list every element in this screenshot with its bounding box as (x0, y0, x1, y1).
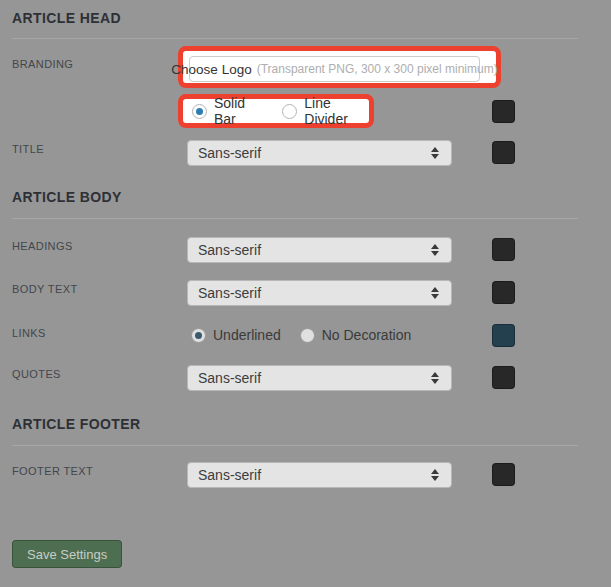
radio-button-icon (282, 104, 297, 119)
choose-logo-button[interactable]: Choose Logo (Transparent PNG, 300 x 300 … (189, 56, 480, 82)
radio-underlined[interactable]: Underlined (191, 327, 281, 343)
select-arrows-icon (431, 372, 439, 384)
annotation-highlight-divider: Solid Bar Line Divider (178, 94, 374, 128)
radio-button-icon (191, 328, 206, 343)
branding-divider-radio-group: Solid Bar Line Divider (192, 99, 369, 123)
title-label: TITLE (12, 143, 44, 155)
branding-label: BRANDING (12, 58, 73, 70)
body-text-font-select[interactable]: Sans-serif (187, 280, 452, 306)
footer-text-font-select[interactable]: Sans-serif (187, 462, 452, 488)
headings-label: HEADINGS (12, 240, 73, 252)
annotation-highlight-logo: Choose Logo (Transparent PNG, 300 x 300 … (178, 46, 501, 88)
radio-line-divider-label: Line Divider (304, 95, 369, 127)
radio-button-icon (192, 104, 207, 119)
title-font-value: Sans-serif (198, 145, 431, 161)
body-text-color-swatch[interactable] (492, 281, 515, 304)
section-divider (12, 445, 578, 446)
footer-text-label: FOOTER TEXT (12, 465, 93, 477)
radio-underlined-label: Underlined (213, 327, 281, 343)
choose-logo-hint: (Transparent PNG, 300 x 300 pixel minimu… (257, 62, 498, 76)
section-divider (12, 38, 578, 39)
body-text-label: BODY TEXT (12, 283, 78, 295)
radio-no-decoration[interactable]: No Decoration (300, 327, 412, 343)
radio-solid-bar[interactable]: Solid Bar (192, 95, 263, 127)
radio-solid-bar-label: Solid Bar (214, 95, 263, 127)
radio-line-divider[interactable]: Line Divider (282, 95, 369, 127)
quotes-color-swatch[interactable] (492, 366, 515, 389)
title-color-swatch[interactable] (492, 141, 515, 164)
links-color-swatch[interactable] (492, 324, 515, 347)
title-font-select[interactable]: Sans-serif (187, 140, 452, 166)
headings-font-value: Sans-serif (198, 242, 431, 258)
section-divider (12, 218, 578, 219)
radio-button-icon (300, 328, 315, 343)
section-title-article-footer: ARTICLE FOOTER (12, 416, 140, 432)
branding-color-swatch[interactable] (492, 100, 515, 123)
footer-text-color-swatch[interactable] (492, 463, 515, 486)
footer-text-font-value: Sans-serif (198, 467, 431, 483)
quotes-label: QUOTES (12, 368, 61, 380)
select-arrows-icon (431, 469, 439, 481)
select-arrows-icon (431, 147, 439, 159)
article-settings-page: ARTICLE HEAD BRANDING Choose Logo (Trans… (0, 0, 611, 587)
save-settings-button[interactable]: Save Settings (12, 540, 122, 568)
headings-font-select[interactable]: Sans-serif (187, 237, 452, 263)
headings-color-swatch[interactable] (492, 238, 515, 261)
choose-logo-button-label: Choose Logo (171, 62, 251, 77)
select-arrows-icon (431, 244, 439, 256)
links-decoration-radio-group: Underlined No Decoration (191, 326, 411, 344)
section-title-article-body: ARTICLE BODY (12, 189, 122, 205)
links-label: LINKS (12, 327, 46, 339)
select-arrows-icon (431, 287, 439, 299)
body-text-font-value: Sans-serif (198, 285, 431, 301)
radio-no-decoration-label: No Decoration (322, 327, 412, 343)
quotes-font-value: Sans-serif (198, 370, 431, 386)
quotes-font-select[interactable]: Sans-serif (187, 365, 452, 391)
section-title-article-head: ARTICLE HEAD (12, 10, 121, 26)
